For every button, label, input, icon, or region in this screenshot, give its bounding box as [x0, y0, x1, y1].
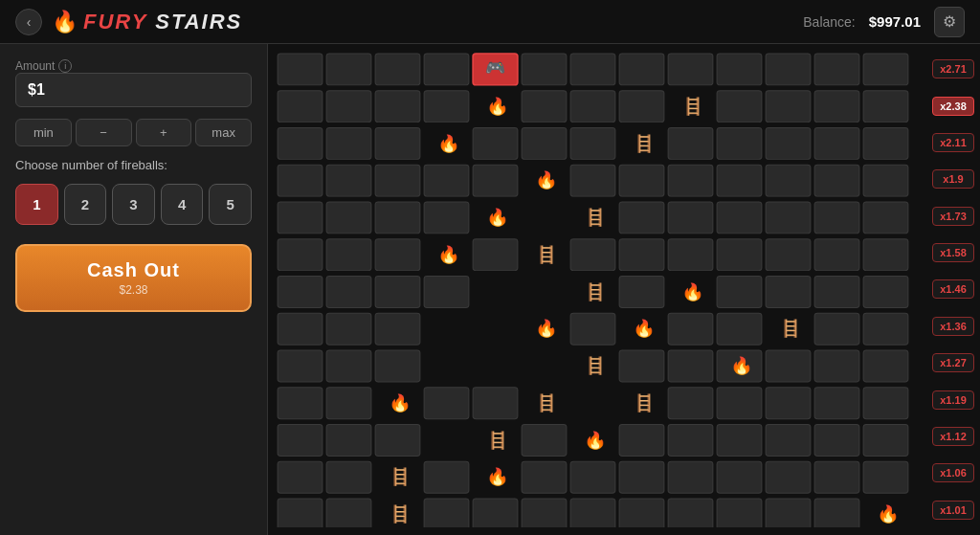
svg-text:🔥: 🔥 — [633, 319, 656, 339]
svg-text:🔥: 🔥 — [486, 467, 509, 487]
svg-rect-39 — [814, 127, 859, 159]
multiplier-badge: x1.58 — [932, 243, 974, 262]
svg-rect-123 — [863, 388, 908, 419]
svg-rect-148 — [863, 461, 908, 493]
increase-button[interactable]: + — [136, 119, 192, 146]
svg-text:🪜: 🪜 — [779, 319, 802, 339]
svg-rect-49 — [668, 165, 713, 196]
fireball-btn-2[interactable]: 2 — [64, 184, 107, 225]
amount-label: Amount i — [15, 59, 252, 73]
fireball-btn-1[interactable]: 1 — [15, 184, 58, 225]
svg-rect-67 — [326, 239, 371, 271]
svg-text:🪜: 🪜 — [633, 134, 656, 154]
svg-rect-36 — [668, 127, 713, 159]
svg-text:🔥: 🔥 — [437, 134, 460, 154]
svg-rect-128 — [522, 424, 567, 456]
svg-rect-99 — [814, 313, 859, 345]
svg-rect-61 — [668, 202, 713, 234]
svg-text:🔥: 🔥 — [535, 170, 558, 190]
svg-text:🔥: 🔥 — [681, 282, 704, 302]
svg-rect-105 — [619, 350, 664, 382]
fireball-label: Choose number of fireballs: — [15, 158, 252, 172]
svg-rect-92 — [375, 313, 420, 345]
svg-text:🔥: 🔥 — [535, 319, 558, 339]
min-button[interactable]: min — [15, 119, 72, 146]
svg-rect-51 — [766, 165, 811, 196]
multiplier-badge: x1.01 — [932, 501, 974, 520]
svg-rect-40 — [863, 127, 908, 159]
header-left: ‹ 🔥 FURY STAIRS — [15, 9, 242, 35]
svg-rect-47 — [570, 165, 615, 196]
max-button[interactable]: max — [195, 119, 252, 146]
back-icon: ‹ — [27, 14, 32, 30]
amount-section: Amount i — [15, 59, 252, 107]
svg-rect-62 — [717, 202, 762, 234]
svg-rect-143 — [619, 461, 664, 493]
multiplier-badge: x2.11 — [932, 133, 974, 152]
svg-rect-26 — [814, 91, 859, 123]
svg-rect-21 — [570, 91, 615, 123]
svg-rect-100 — [863, 313, 908, 345]
balance-value: $997.01 — [869, 13, 921, 30]
svg-rect-11 — [717, 54, 762, 85]
svg-rect-4 — [424, 54, 469, 85]
svg-rect-122 — [814, 388, 859, 419]
svg-rect-121 — [766, 388, 811, 419]
multiplier-badge: x1.73 — [932, 207, 974, 226]
svg-rect-18 — [424, 91, 469, 123]
svg-rect-109 — [814, 350, 859, 382]
cashout-button[interactable]: Cash Out $2.38 — [15, 244, 252, 312]
svg-rect-84 — [619, 276, 664, 307]
multiplier-badge: x2.38 — [932, 97, 974, 116]
back-button[interactable]: ‹ — [15, 9, 42, 35]
svg-rect-70 — [473, 239, 518, 271]
svg-rect-144 — [668, 461, 713, 493]
fireball-btn-4[interactable]: 4 — [161, 184, 204, 225]
svg-rect-28 — [278, 127, 323, 159]
multiplier-badge: x1.46 — [932, 279, 974, 299]
svg-text:🔥: 🔥 — [486, 97, 509, 117]
svg-rect-32 — [473, 127, 518, 159]
svg-rect-63 — [766, 202, 811, 234]
svg-rect-139 — [424, 461, 469, 493]
multiplier-badge: x1.27 — [932, 353, 974, 372]
svg-rect-77 — [814, 239, 859, 271]
svg-text:🪜: 🪜 — [633, 393, 656, 413]
fireball-btn-3[interactable]: 3 — [112, 184, 155, 225]
settings-icon: ⚙ — [943, 12, 956, 31]
amount-input[interactable] — [15, 73, 252, 107]
svg-rect-22 — [619, 91, 664, 123]
decrease-button[interactable]: − — [76, 119, 132, 146]
settings-button[interactable]: ⚙ — [934, 7, 965, 37]
svg-rect-134 — [814, 424, 859, 456]
svg-rect-133 — [766, 424, 811, 456]
logo-fire-icon: 🔥 — [52, 10, 78, 34]
svg-rect-111 — [863, 350, 908, 382]
svg-rect-153 — [473, 499, 518, 527]
multiplier-badge: x1.12 — [932, 427, 974, 446]
multiplier-badge: x1.9 — [932, 169, 974, 189]
fireball-btn-5[interactable]: 5 — [209, 184, 252, 225]
svg-rect-52 — [814, 165, 859, 196]
svg-rect-115 — [424, 388, 469, 419]
svg-text:🔥: 🔥 — [584, 431, 607, 451]
svg-text:🪜: 🪜 — [535, 393, 558, 413]
svg-rect-125 — [326, 424, 371, 456]
multiplier-badge: x2.71 — [932, 59, 974, 78]
svg-rect-9 — [619, 54, 664, 85]
svg-rect-150 — [326, 499, 371, 527]
balance-label: Balance: — [803, 14, 855, 30]
fireball-options: 12345 — [15, 184, 252, 225]
svg-text:🪜: 🪜 — [389, 467, 412, 487]
amount-controls: min − + max — [15, 119, 252, 146]
svg-rect-25 — [766, 91, 811, 123]
svg-rect-57 — [424, 202, 469, 234]
svg-rect-124 — [278, 424, 323, 456]
svg-rect-68 — [375, 239, 420, 271]
svg-rect-154 — [522, 499, 567, 527]
logo: 🔥 FURY STAIRS — [52, 10, 242, 34]
svg-rect-152 — [424, 499, 469, 527]
svg-rect-137 — [326, 461, 371, 493]
svg-rect-1 — [278, 54, 323, 85]
svg-text:🔥: 🔥 — [877, 504, 900, 524]
